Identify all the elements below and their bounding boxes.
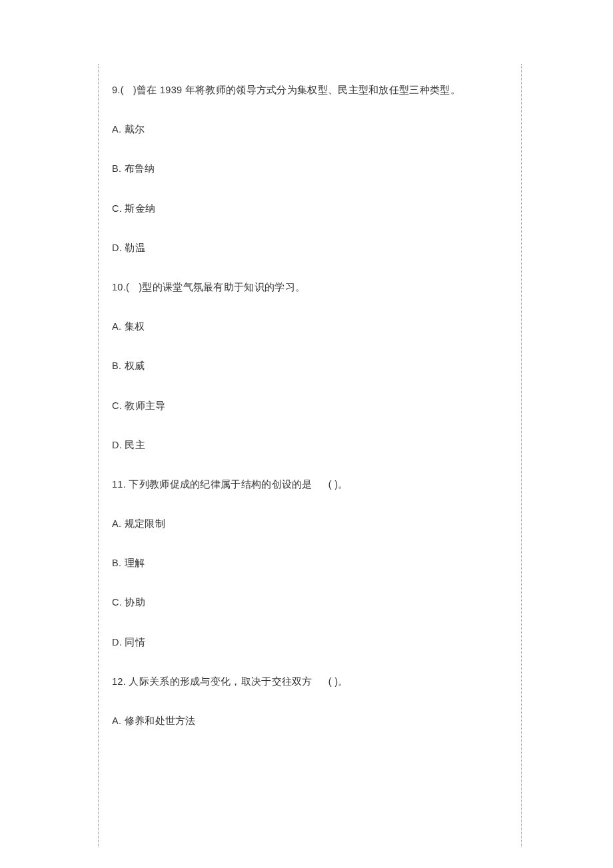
option-text: 斯金纳	[125, 203, 155, 214]
q11-option-a: A. 规定限制	[112, 516, 508, 532]
option-label: B.	[112, 163, 121, 174]
option-label: B.	[112, 360, 121, 371]
q11-main: 11. 下列教师促成的纪律属于结构的创设的是	[112, 479, 312, 490]
q11-option-d: D. 同情	[112, 635, 508, 650]
option-label: A.	[112, 321, 121, 332]
option-label: D.	[112, 440, 122, 450]
question-12-stem: 12. 人际关系的形成与变化，取决于交往双方( )。	[112, 674, 508, 689]
q9-suffix: )曾在	[133, 85, 157, 95]
question-10-stem: 10.()型的课堂气氛最有助于知识的学习。	[112, 280, 508, 295]
option-text: 戴尔	[125, 124, 145, 135]
option-label: A.	[112, 518, 121, 529]
option-text: 集权	[125, 321, 145, 332]
option-text: 教师主导	[125, 400, 165, 411]
q11-option-c: C. 协助	[112, 595, 508, 610]
q11-option-b: B. 理解	[112, 556, 508, 571]
option-text: 民主	[125, 440, 145, 450]
option-label: C.	[112, 203, 122, 214]
option-label: D.	[112, 637, 122, 648]
option-text: 修养和处世方法	[125, 715, 196, 726]
option-label: A.	[112, 124, 121, 135]
q10-option-b: B. 权威	[112, 358, 508, 374]
q9-option-a: A. 戴尔	[112, 122, 508, 137]
option-label: A.	[112, 715, 121, 726]
option-text: 同情	[125, 637, 145, 648]
question-9-stem: 9.()曾在 1939 年将教师的领导方式分为集权型、民主型和放任型三种类型。	[112, 83, 508, 98]
q12-blank: ( )。	[328, 676, 348, 687]
option-label: C.	[112, 400, 122, 411]
q9-option-c: C. 斯金纳	[112, 201, 508, 217]
option-label: B.	[112, 558, 121, 568]
q10-option-a: A. 集权	[112, 319, 508, 334]
q10-option-d: D. 民主	[112, 438, 508, 453]
q9-prefix: 9.(	[112, 85, 124, 95]
q10-prefix: 10.(	[112, 282, 129, 292]
option-text: 规定限制	[125, 518, 165, 529]
q11-blank: ( )。	[328, 479, 348, 490]
q9-option-d: D. 勒温	[112, 240, 508, 256]
q9-option-b: B. 布鲁纳	[112, 161, 508, 177]
option-text: 权威	[125, 360, 145, 371]
option-label: C.	[112, 597, 122, 608]
option-label: D.	[112, 242, 122, 253]
q12-option-a: A. 修养和处世方法	[112, 713, 508, 729]
document-content: 9.()曾在 1939 年将教师的领导方式分为集权型、民主型和放任型三种类型。 …	[112, 83, 508, 753]
option-text: 布鲁纳	[125, 163, 155, 174]
q10-suffix: )型的课堂气氛最有助于知识的学习。	[139, 282, 305, 292]
option-text: 协助	[125, 597, 145, 608]
q9-year: 1939	[160, 85, 182, 95]
q10-option-c: C. 教师主导	[112, 398, 508, 414]
q12-main: 12. 人际关系的形成与变化，取决于交往双方	[112, 676, 312, 687]
q9-tail: 年将教师的领导方式分为集权型、民主型和放任型三种类型。	[185, 85, 460, 95]
question-11-stem: 11. 下列教师促成的纪律属于结构的创设的是( )。	[112, 477, 508, 492]
option-text: 勒温	[125, 242, 145, 253]
option-text: 理解	[125, 558, 145, 568]
